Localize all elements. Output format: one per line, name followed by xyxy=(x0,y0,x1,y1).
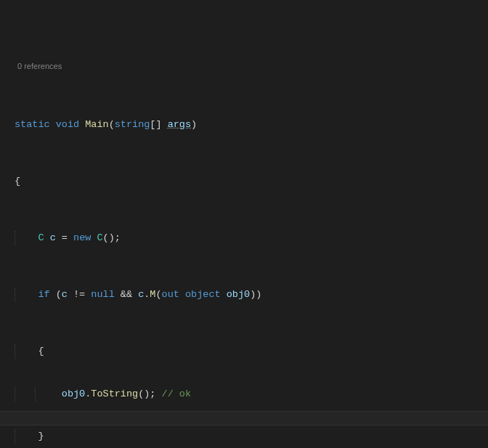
code-editor[interactable]: 0 references static void Main(string[] a… xyxy=(0,0,488,448)
codelens-references[interactable]: 0 references xyxy=(15,60,488,74)
code-line[interactable]: } xyxy=(15,429,488,444)
code-line[interactable]: if (c != null && c.M(out object obj0)) xyxy=(15,288,488,302)
code-line[interactable]: static void Main(string[] args) xyxy=(15,118,488,132)
code-line[interactable]: C c = new C(); xyxy=(15,231,488,245)
code-line[interactable]: { xyxy=(15,174,488,189)
code-line[interactable]: { xyxy=(15,344,488,359)
code-line[interactable]: obj0.ToString(); // ok xyxy=(15,387,488,402)
